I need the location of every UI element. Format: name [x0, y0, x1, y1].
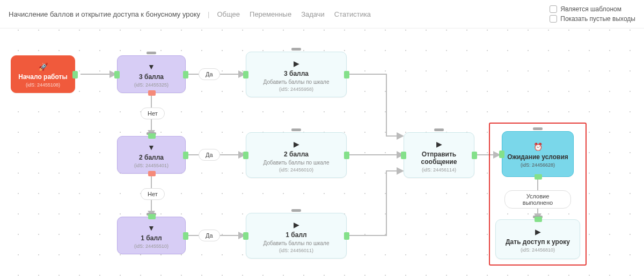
funnel-icon: ▼: [148, 224, 155, 232]
port-yes[interactable]: [183, 152, 188, 159]
node-cond3-title: 3 балла: [139, 73, 164, 81]
label-cond-done: Условие выполнено: [504, 190, 571, 209]
rocket-icon: 🚀: [39, 62, 48, 71]
node-send-id: (idS: 24456114): [422, 167, 456, 173]
node-cond1-id: (idS: 24455510): [134, 244, 169, 249]
label-no-2: Нет: [141, 188, 165, 200]
node-grant[interactable]: ▶ Дать доступ к уроку (idS: 24456810): [495, 219, 580, 259]
port-in[interactable]: [148, 133, 156, 139]
divider: |: [208, 10, 209, 18]
port-out[interactable]: [472, 152, 477, 159]
checkbox-empty[interactable]: [550, 15, 557, 23]
node-wait[interactable]: ⏰ Ожидание условия (idS: 24456628): [502, 131, 574, 177]
node-add3-title: 3 балла: [284, 70, 309, 77]
node-cond-1[interactable]: ▼ 1 балл (idS: 24455510): [117, 217, 186, 254]
drag-handle[interactable]: [291, 48, 301, 51]
port-in[interactable]: [148, 214, 156, 219]
checkbox-template-label: Является шаблоном: [560, 5, 621, 13]
label-no-3: Нет: [141, 108, 165, 119]
port-in[interactable]: [243, 71, 248, 78]
play-icon: ▶: [294, 220, 299, 229]
node-add3-sub: Добавить баллы по шкале: [264, 79, 330, 85]
node-cond2-id: (idS: 24455401): [134, 163, 169, 168]
node-grant-id: (idS: 24456810): [521, 247, 555, 253]
tab-variables[interactable]: Переменные: [250, 10, 291, 18]
node-start-title: Начало работы: [18, 73, 67, 81]
node-cond2-title: 2 балла: [139, 154, 164, 161]
node-send-title: Отправить сообщение: [408, 151, 470, 166]
node-add2-title: 2 балла: [284, 151, 309, 158]
port-no[interactable]: [148, 90, 156, 96]
port-out[interactable]: [535, 174, 542, 180]
port-in[interactable]: [535, 217, 542, 222]
port-yes[interactable]: [183, 232, 188, 240]
funnel-icon: ▼: [148, 143, 155, 152]
port-in[interactable]: [114, 71, 120, 78]
node-start[interactable]: 🚀 Начало работы (idS: 24455108): [11, 55, 75, 93]
play-icon: ▶: [294, 59, 299, 68]
node-start-id: (idS: 24455108): [26, 82, 60, 88]
port-in[interactable]: [243, 232, 248, 240]
port-in[interactable]: [401, 152, 406, 159]
label-yes-2: Да: [199, 149, 220, 161]
checkbox-empty-label: Показать пустые выходы: [560, 15, 635, 23]
node-wait-id: (idS: 24456628): [521, 162, 555, 168]
port-out[interactable]: [344, 152, 349, 159]
port-out[interactable]: [344, 232, 349, 240]
drag-handle[interactable]: [147, 52, 156, 54]
node-send[interactable]: ▶ Отправить сообщение (idS: 24456114): [404, 132, 474, 178]
flow-canvas[interactable]: 🚀 Начало работы (idS: 24455108) ▼ 3 балл…: [0, 28, 644, 279]
port-out[interactable]: [344, 71, 349, 78]
node-add-1[interactable]: ▶ 1 балл Добавить баллы по шкале (idS: 2…: [246, 213, 347, 259]
port-in[interactable]: [499, 151, 504, 158]
play-icon: ▶: [294, 140, 299, 148]
funnel-icon: ▼: [148, 62, 155, 71]
tabs: Общее Переменные Задачи Статистика: [217, 10, 371, 18]
play-icon: ▶: [535, 227, 541, 236]
tab-general[interactable]: Общее: [217, 10, 240, 18]
drag-handle[interactable]: [291, 128, 301, 131]
node-add-3[interactable]: ▶ 3 балла Добавить баллы по шкале (idS: …: [246, 52, 347, 97]
node-add1-title: 1 балл: [286, 231, 306, 239]
node-add1-id: (idS: 24456011): [279, 248, 313, 253]
port-out[interactable]: [72, 71, 78, 78]
tab-stats[interactable]: Статистика: [334, 10, 371, 18]
port-yes[interactable]: [183, 71, 188, 78]
node-grant-title: Дать доступ к уроку: [506, 238, 570, 246]
drag-handle[interactable]: [533, 127, 543, 130]
node-wait-title: Ожидание условия: [507, 153, 568, 161]
node-add2-id: (idS: 24456010): [279, 167, 313, 173]
checkbox-template-row[interactable]: Является шаблоном: [550, 5, 635, 13]
alarm-icon: ⏰: [533, 142, 543, 151]
node-add3-id: (idS: 24455958): [279, 87, 313, 92]
node-add1-sub: Добавить баллы по шкале: [264, 240, 330, 246]
node-add2-sub: Добавить баллы по шкале: [264, 160, 330, 166]
node-cond3-id: (idS: 24455325): [134, 82, 169, 88]
node-add-2[interactable]: ▶ 2 балла Добавить баллы по шкале (idS: …: [246, 132, 347, 178]
tab-tasks[interactable]: Задачи: [301, 10, 325, 18]
port-in[interactable]: [243, 152, 248, 159]
label-yes-3: Да: [199, 68, 220, 80]
play-icon: ▶: [436, 140, 442, 148]
checkbox-empty-row[interactable]: Показать пустые выходы: [550, 15, 635, 23]
label-yes-1: Да: [199, 230, 220, 241]
checkbox-template[interactable]: [550, 5, 557, 13]
node-cond-2[interactable]: ▼ 2 балла (idS: 24455401): [117, 136, 186, 174]
node-cond-3[interactable]: ▼ 3 балла (idS: 24455325): [117, 55, 186, 93]
node-cond1-title: 1 балл: [141, 234, 162, 242]
page-title: Начисление баллов и открытие доступа к б…: [9, 10, 200, 18]
drag-handle[interactable]: [291, 209, 301, 212]
drag-handle[interactable]: [434, 128, 444, 131]
port-no[interactable]: [148, 171, 156, 176]
